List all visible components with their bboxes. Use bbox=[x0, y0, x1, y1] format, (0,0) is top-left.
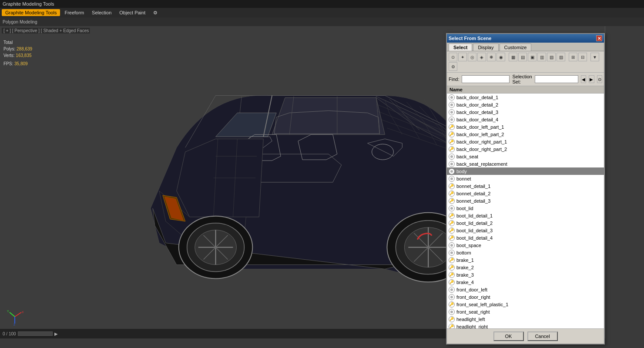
toolbar-btn-3[interactable]: ◈ bbox=[477, 53, 486, 61]
list-item[interactable]: front_seat_right bbox=[447, 308, 604, 315]
list-item[interactable]: back_door_detail_2 bbox=[447, 101, 604, 108]
key-icon: 🔑 bbox=[449, 221, 454, 225]
list-item[interactable]: 🔑back_door_left_part_2 bbox=[447, 130, 604, 138]
item-icon: 🔑 bbox=[449, 183, 455, 189]
find-input[interactable] bbox=[462, 75, 510, 83]
list-item[interactable]: 🔑boot_lid_detail_2 bbox=[447, 219, 604, 227]
list-item[interactable]: back_door_detail_4 bbox=[447, 116, 604, 123]
toolbar-btn-8[interactable]: ▣ bbox=[528, 53, 537, 61]
dialog-find-bar: Find: Selection Set: ◀ ▶ ⊙ bbox=[447, 73, 604, 86]
list-item[interactable]: 🔑boot_lid_detail_4 bbox=[447, 234, 604, 241]
key-icon: 🔑 bbox=[449, 236, 454, 240]
circle-icon bbox=[450, 177, 453, 180]
key-icon: 🔑 bbox=[449, 184, 454, 188]
list-item[interactable]: 🔑headlight_left bbox=[447, 315, 604, 323]
selection-set-label: Selection Set: bbox=[512, 74, 532, 84]
dialog-tabs: Select Display Customize bbox=[447, 43, 604, 51]
find-btn-2[interactable]: ▶ bbox=[589, 75, 594, 83]
list-item[interactable]: 🔑back_door_left_part_1 bbox=[447, 123, 604, 130]
item-name: boot_lid bbox=[456, 206, 473, 211]
list-item[interactable]: bonnet bbox=[447, 175, 604, 182]
find-btn-3[interactable]: ⊙ bbox=[597, 75, 602, 83]
right-panel bbox=[605, 26, 644, 338]
menu-graphite-modeling-tools[interactable]: Graphite Modeling Tools bbox=[2, 9, 60, 16]
toolbar-btn-1[interactable]: ✦ bbox=[458, 53, 467, 61]
list-item[interactable]: 🔑brake_1 bbox=[447, 256, 604, 264]
list-item[interactable]: 🔑brake_2 bbox=[447, 264, 604, 271]
dialog-toolbar: ⊙ ✦ ◎ ◈ ❋ ◉ ▦ ▤ ▣ ▥ ▧ ▨ ⊞ ⊟ ▼ ⚙ bbox=[447, 51, 604, 73]
toolbar-btn-14[interactable]: ⚙ bbox=[449, 62, 457, 71]
sub-bar: Polygon Modeling bbox=[0, 17, 644, 26]
list-item[interactable]: front_door_left bbox=[447, 286, 604, 293]
list-item[interactable]: 🔑headlight_right bbox=[447, 323, 604, 328]
toolbar-btn-7[interactable]: ▤ bbox=[518, 53, 527, 61]
circle-icon bbox=[450, 244, 453, 247]
toolbar-btn-9[interactable]: ▥ bbox=[537, 53, 546, 61]
find-btn-1[interactable]: ◀ bbox=[581, 75, 586, 83]
key-icon: 🔑 bbox=[449, 228, 454, 232]
item-icon: 🔑 bbox=[449, 146, 455, 152]
menu-object-paint[interactable]: Object Paint bbox=[116, 9, 149, 16]
item-name: back_door_detail_3 bbox=[456, 110, 498, 115]
menu-freeform[interactable]: Freeform bbox=[61, 9, 87, 16]
list-item[interactable]: boot_space bbox=[447, 241, 604, 249]
menu-settings[interactable]: ⚙ bbox=[150, 9, 161, 17]
toolbar-btn-2[interactable]: ◎ bbox=[468, 53, 476, 61]
list-item[interactable]: back_door_detail_3 bbox=[447, 108, 604, 116]
ok-button[interactable]: OK bbox=[493, 331, 524, 341]
key-icon: 🔑 bbox=[449, 280, 454, 284]
item-name: back_seat bbox=[456, 154, 478, 159]
list-item[interactable]: 🔑back_door_right_part_1 bbox=[447, 138, 604, 145]
close-icon[interactable]: ✕ bbox=[596, 35, 602, 41]
list-item[interactable]: 🔑brake_3 bbox=[447, 271, 604, 278]
item-icon: 🔑 bbox=[449, 139, 455, 145]
list-item[interactable]: 🔑brake_4 bbox=[447, 278, 604, 286]
item-name: back_door_right_part_2 bbox=[456, 147, 507, 152]
list-item[interactable]: boot_lid bbox=[447, 204, 604, 212]
list-item[interactable]: 🔑bonnet_detail_1 bbox=[447, 182, 604, 190]
item-icon: 🔑 bbox=[449, 235, 455, 241]
tab-display[interactable]: Display bbox=[473, 44, 498, 51]
selection-set-input[interactable] bbox=[535, 75, 578, 83]
dialog-close-button[interactable]: ✕ bbox=[596, 35, 602, 41]
list-item[interactable]: body bbox=[447, 167, 604, 175]
toolbar-btn-11[interactable]: ▨ bbox=[557, 53, 565, 61]
tab-customize[interactable]: Customize bbox=[500, 44, 532, 51]
key-icon: 🔑 bbox=[449, 214, 454, 218]
item-icon: 🔑 bbox=[449, 228, 455, 234]
item-name: boot_lid_detail_2 bbox=[456, 221, 493, 226]
status-progress: 0 / 100 bbox=[3, 331, 16, 336]
toolbar-btn-10[interactable]: ▧ bbox=[547, 53, 556, 61]
item-icon bbox=[449, 250, 455, 256]
item-name: boot_lid_detail_1 bbox=[456, 213, 493, 218]
list-item[interactable]: back_door_detail_1 bbox=[447, 94, 604, 101]
list-item[interactable]: 🔑bonnet_detail_3 bbox=[447, 197, 604, 204]
list-item[interactable]: 🔑boot_lid_detail_1 bbox=[447, 212, 604, 219]
toolbar-btn-5[interactable]: ◉ bbox=[496, 53, 505, 61]
item-name: bonnet_detail_3 bbox=[456, 198, 490, 204]
list-item[interactable]: front_door_right bbox=[447, 293, 604, 301]
list-item[interactable]: 🔑back_door_right_part_2 bbox=[447, 145, 604, 153]
list-item[interactable]: back_seat_replacement bbox=[447, 160, 604, 167]
key-icon: 🔑 bbox=[449, 265, 454, 269]
menu-selection[interactable]: Selection bbox=[88, 9, 115, 16]
toolbar-btn-4[interactable]: ❋ bbox=[487, 53, 496, 61]
item-name: boot_lid_detail_3 bbox=[456, 228, 493, 233]
circle-icon bbox=[450, 111, 453, 114]
toolbar-btn-12[interactable]: ⊞ bbox=[569, 53, 577, 61]
toolbar-btn-6[interactable]: ▦ bbox=[509, 53, 517, 61]
toolbar-filter-btn[interactable]: ▼ bbox=[590, 53, 599, 61]
item-name: boot_space bbox=[456, 243, 481, 248]
item-name: brake_1 bbox=[456, 258, 474, 263]
toolbar-btn-13[interactable]: ⊟ bbox=[578, 53, 587, 61]
dialog-object-list[interactable]: back_door_detail_1back_door_detail_2back… bbox=[447, 94, 604, 328]
list-item[interactable]: back_seat bbox=[447, 153, 604, 160]
toolbar-btn-0[interactable]: ⊙ bbox=[449, 53, 457, 61]
list-item[interactable]: bottom bbox=[447, 249, 604, 256]
cancel-button[interactable]: Cancel bbox=[527, 331, 558, 341]
list-item[interactable]: 🔑bonnet_detail_2 bbox=[447, 190, 604, 197]
list-item[interactable]: 🔑boot_lid_detail_3 bbox=[447, 227, 604, 234]
tab-select[interactable]: Select bbox=[449, 44, 472, 51]
item-name: headlight_left bbox=[456, 317, 485, 322]
list-item[interactable]: 🔑front_seat_left_plastic_1 bbox=[447, 301, 604, 308]
